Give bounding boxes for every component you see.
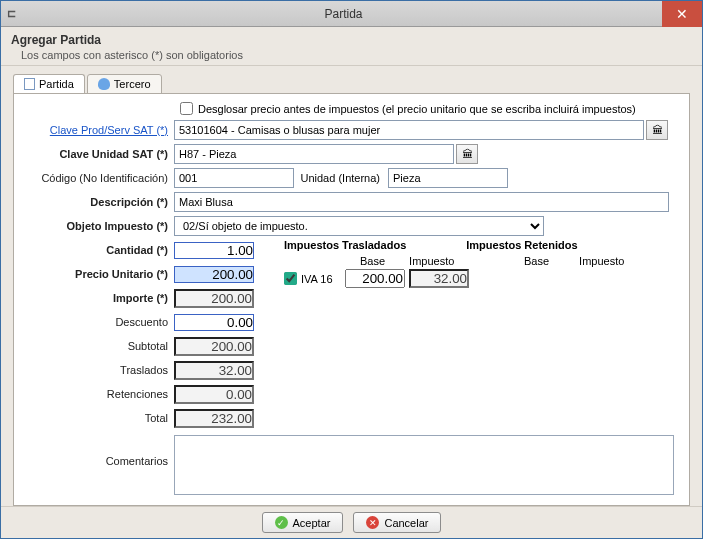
traslados-value xyxy=(174,361,254,380)
close-icon: ✕ xyxy=(676,6,688,22)
page-title: Agregar Partida xyxy=(11,33,692,47)
precio-unitario-input[interactable] xyxy=(174,266,254,283)
clave-prodserv-input[interactable] xyxy=(174,120,644,140)
comentarios-label: Comentarios xyxy=(24,435,174,467)
total-label: Total xyxy=(24,412,174,424)
footer: ✓ Aceptar ✕ Cancelar xyxy=(1,506,702,538)
precio-unitario-label: Precio Unitario (*) xyxy=(24,268,174,280)
body: Partida Tercero Desglosar precio antes d… xyxy=(1,66,702,506)
cantidad-label: Cantidad (*) xyxy=(24,244,174,256)
tab-tercero[interactable]: Tercero xyxy=(87,74,162,94)
amounts-column: Cantidad (*) Precio Unitario (*) Importe… xyxy=(24,239,264,431)
clave-prodserv-label[interactable]: Clave Prod/Serv SAT (*) xyxy=(24,124,174,136)
tab-partida-label: Partida xyxy=(39,78,74,90)
retenidos-impuesto-header: Impuesto xyxy=(579,255,624,267)
taxes-column: Impuestos Trasladados Impuestos Retenido… xyxy=(264,239,679,431)
window: ⊏ Partida ✕ Agregar Partida Los campos c… xyxy=(0,0,703,539)
impuestos-retenidos-header: Impuestos Retenidos xyxy=(466,239,577,251)
app-icon: ⊏ xyxy=(7,7,25,20)
tab-strip: Partida Tercero xyxy=(13,74,690,94)
importe-value xyxy=(174,289,254,308)
window-title: Partida xyxy=(25,7,662,21)
subtotal-value xyxy=(174,337,254,356)
importe-label: Importe (*) xyxy=(24,292,174,304)
objeto-impuesto-label: Objeto Impuesto (*) xyxy=(24,220,174,232)
titlebar: ⊏ Partida ✕ xyxy=(1,1,702,27)
descripcion-label: Descripción (*) xyxy=(24,196,174,208)
retenciones-label: Retenciones xyxy=(24,388,174,400)
total-value xyxy=(174,409,254,428)
comentarios-textarea[interactable] xyxy=(174,435,674,495)
aceptar-button[interactable]: ✓ Aceptar xyxy=(262,512,344,533)
clave-unidad-input[interactable] xyxy=(174,144,454,164)
tab-tercero-label: Tercero xyxy=(114,78,151,90)
codigo-input[interactable] xyxy=(174,168,294,188)
traslados-label: Traslados xyxy=(24,364,174,376)
retenidos-base-header: Base xyxy=(524,255,549,267)
unidad-interna-input[interactable] xyxy=(388,168,508,188)
iva16-checkbox[interactable] xyxy=(284,272,297,285)
iva16-label: IVA 16 xyxy=(301,273,341,285)
header: Agregar Partida Los campos con asterisco… xyxy=(1,27,702,66)
desglosar-checkbox[interactable] xyxy=(180,102,193,115)
iva16-impuesto-value xyxy=(409,269,469,288)
objeto-impuesto-select[interactable]: 02/Sí objeto de impuesto. xyxy=(174,216,544,236)
iva16-base-input[interactable] xyxy=(345,269,405,288)
panel: Desglosar precio antes de impuestos (el … xyxy=(13,93,690,506)
clave-unidad-label: Clave Unidad SAT (*) xyxy=(24,148,174,160)
aceptar-label: Aceptar xyxy=(293,517,331,529)
impuestos-trasladados-header: Impuestos Trasladados xyxy=(284,239,406,251)
lookup-icon: 🏛 xyxy=(652,124,663,136)
cantidad-input[interactable] xyxy=(174,242,254,259)
desglosar-row: Desglosar precio antes de impuestos (el … xyxy=(180,102,679,115)
descuento-input[interactable] xyxy=(174,314,254,331)
cancelar-button[interactable]: ✕ Cancelar xyxy=(353,512,441,533)
person-icon xyxy=(98,78,110,90)
cancel-icon: ✕ xyxy=(366,516,379,529)
desglosar-label: Desglosar precio antes de impuestos (el … xyxy=(198,103,636,115)
check-icon: ✓ xyxy=(275,516,288,529)
descripcion-input[interactable] xyxy=(174,192,669,212)
traslados-base-header: Base xyxy=(360,255,385,267)
tab-partida[interactable]: Partida xyxy=(13,74,85,94)
clave-unidad-lookup-button[interactable]: 🏛 xyxy=(456,144,478,164)
page-subtitle: Los campos con asterisco (*) son obligat… xyxy=(21,49,692,61)
close-button[interactable]: ✕ xyxy=(662,1,702,27)
subtotal-label: Subtotal xyxy=(24,340,174,352)
tax-row: IVA 16 xyxy=(284,269,504,288)
unidad-interna-label: Unidad (Interna) xyxy=(296,172,386,184)
descuento-label: Descuento xyxy=(24,316,174,328)
retenciones-value xyxy=(174,385,254,404)
clave-prodserv-lookup-button[interactable]: 🏛 xyxy=(646,120,668,140)
traslados-impuesto-header: Impuesto xyxy=(409,255,454,267)
cancelar-label: Cancelar xyxy=(384,517,428,529)
codigo-label: Código (No Identificación) xyxy=(24,172,174,184)
document-icon xyxy=(24,78,35,90)
lookup-icon: 🏛 xyxy=(462,148,473,160)
